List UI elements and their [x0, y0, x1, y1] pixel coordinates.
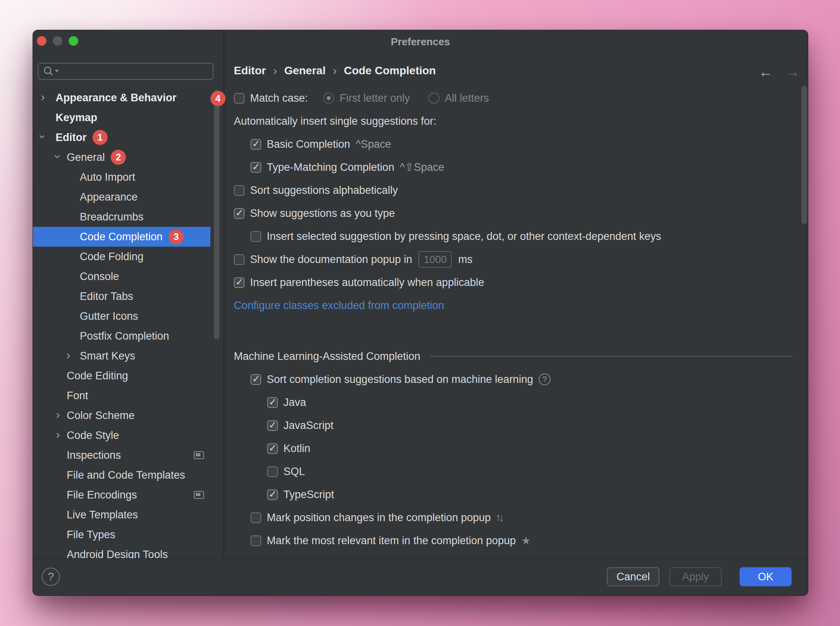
chevron-down-icon[interactable]: › — [37, 135, 49, 139]
sidebar-item-keymap[interactable]: Keymap — [33, 108, 210, 128]
section-rule — [430, 356, 792, 357]
checkbox-label: Show the documentation popup in — [250, 253, 412, 266]
mark-the-most-relevant-item-in-the-completion-popup-checkbox[interactable] — [250, 535, 261, 546]
breadcrumb-separator: › — [273, 64, 277, 77]
sidebar-item-color-scheme[interactable]: ›Color Scheme — [33, 406, 210, 425]
sidebar-item-postfix-completion[interactable]: Postfix Completion — [33, 326, 210, 346]
sidebar-item-label: Live Templates — [33, 509, 138, 521]
checkbox-label: Insert parentheses automatically when ap… — [250, 276, 484, 289]
breadcrumb-item-editor[interactable]: Editor — [234, 64, 266, 77]
sidebar-item-label: Keymap — [33, 112, 97, 124]
sidebar-item-file-types[interactable]: File Types — [33, 525, 210, 545]
checkbox-row-typescript: TypeScript — [234, 487, 792, 502]
insert-selected-suggestion-by-pressing-space-dot-or-other-context-dependent-keys-checkbox[interactable] — [250, 231, 261, 242]
sidebar-item-editor[interactable]: ›Editor1 — [33, 128, 210, 147]
sidebar-item-label: Gutter Icons — [33, 310, 138, 323]
sidebar-item-console[interactable]: Console — [33, 267, 210, 286]
sidebar-item-label: Editor Tabs — [33, 290, 133, 303]
unit-label: ms — [458, 253, 472, 266]
match-case-checkbox[interactable] — [234, 93, 245, 104]
chevron-right-icon[interactable]: › — [41, 91, 45, 103]
cancel-button[interactable]: Cancel — [607, 567, 659, 586]
radio-icon — [323, 93, 334, 104]
sidebar-item-general[interactable]: ›General2 — [33, 147, 210, 167]
sidebar-item-code-folding[interactable]: Code Folding — [33, 247, 210, 267]
sidebar-item-appearance-behavior[interactable]: ›Appearance & Behavior — [33, 88, 210, 108]
breadcrumb-item-general[interactable]: General — [284, 64, 326, 77]
settings-content: Editor › General › Code Completion Match… — [234, 52, 792, 556]
step-badge-3: 3 — [169, 229, 184, 244]
auto-insert-label: Automatically insert single suggestions … — [234, 114, 792, 128]
star-icon: ★ — [521, 535, 530, 547]
sort-completion-suggestions-based-on-machine-learning-checkbox[interactable] — [250, 374, 261, 385]
sidebar-item-file-and-code-templates[interactable]: File and Code Templates — [33, 465, 210, 485]
chevron-right-icon[interactable]: › — [56, 429, 60, 441]
sidebar-item-label: Postfix Completion — [33, 330, 169, 342]
sidebar-item-inspections[interactable]: Inspections — [33, 445, 210, 465]
checkbox-row-type-matching-completion: Type-Matching Completion^⇧Space — [234, 160, 792, 174]
step-badge-2: 2 — [111, 150, 126, 165]
sidebar-tree: ›Appearance & BehaviorKeymap›Editor1›Gen… — [33, 88, 210, 559]
radio-icon — [428, 93, 439, 104]
javascript-checkbox[interactable] — [267, 420, 278, 431]
checkbox-row-basic-completion: Basic Completion^Space — [234, 137, 792, 151]
sidebar-scrollbar[interactable] — [214, 90, 220, 339]
sidebar-item-code-completion[interactable]: Code Completion3 — [33, 227, 210, 247]
search-box[interactable] — [38, 63, 214, 80]
mark-position-changes-in-the-completion-popup-checkbox[interactable] — [250, 512, 261, 523]
help-icon[interactable]: ? — [539, 373, 551, 385]
checkbox-label: Show suggestions as you type — [250, 207, 395, 220]
checkbox-row-kotlin: Kotlin — [234, 441, 792, 456]
insert-parentheses-automatically-when-applicable-checkbox[interactable] — [234, 277, 245, 288]
checkbox-row-mark-the-most-relevant-item-in-the-completion-popup: Mark the most relevant item in the compl… — [234, 533, 792, 548]
preferences-window: Preferences ›Appearance & BehaviorKeymap… — [33, 30, 808, 596]
typescript-checkbox[interactable] — [267, 489, 278, 500]
java-checkbox[interactable] — [267, 397, 278, 408]
sidebar-item-breadcrumbs[interactable]: Breadcrumbs — [33, 207, 210, 227]
checkbox-label: Type-Matching Completion — [267, 161, 394, 174]
sidebar-item-code-style[interactable]: ›Code Style — [33, 425, 210, 445]
checkbox-label: Sort completion suggestions based on mac… — [267, 373, 533, 386]
checkbox-row-javascript: JavaScript — [234, 418, 792, 433]
checkbox-row-show-suggestions-as-you-type: Show suggestions as you type — [234, 206, 792, 220]
chevron-right-icon[interactable]: › — [56, 409, 60, 421]
sidebar-item-android-design-tools[interactable]: Android Design Tools — [33, 545, 210, 559]
sql-checkbox[interactable] — [267, 466, 278, 477]
sidebar-item-label: Breadcrumbs — [33, 211, 144, 223]
ml-section-header: Machine Learning-Assisted Completion — [234, 349, 792, 363]
kotlin-checkbox[interactable] — [267, 443, 278, 454]
help-button[interactable]: ? — [42, 568, 60, 586]
match-case-label: Match case: — [250, 92, 308, 104]
search-input[interactable] — [61, 66, 197, 77]
breadcrumb: Editor › General › Code Completion — [234, 64, 792, 78]
ml-section-title: Machine Learning-Assisted Completion — [234, 350, 420, 363]
sidebar-item-editor-tabs[interactable]: Editor Tabs — [33, 286, 210, 306]
breadcrumb-item-code-completion: Code Completion — [344, 64, 436, 77]
show-suggestions-as-you-type-checkbox[interactable] — [234, 208, 245, 219]
content-scrollbar[interactable] — [801, 86, 807, 224]
sidebar-item-live-templates[interactable]: Live Templates — [33, 505, 210, 525]
type-matching-completion-checkbox[interactable] — [250, 162, 261, 173]
sidebar-item-code-editing[interactable]: Code Editing — [33, 366, 210, 386]
chevron-down-icon[interactable]: › — [52, 155, 64, 158]
sidebar-item-label: Code Folding — [33, 251, 144, 263]
sidebar-item-label: File and Code Templates — [33, 469, 185, 481]
sidebar-item-label: Android Design Tools — [33, 549, 168, 559]
chevron-right-icon[interactable]: › — [66, 349, 70, 361]
checkbox-label: JavaScript — [283, 419, 333, 432]
sort-suggestions-alphabetically-checkbox[interactable] — [234, 185, 245, 196]
sidebar-item-auto-import[interactable]: Auto Import — [33, 167, 210, 187]
sidebar-item-label: Smart Keys — [33, 350, 135, 362]
sidebar-item-gutter-icons[interactable]: Gutter Icons — [33, 306, 210, 326]
sidebar-item-file-encodings[interactable]: File Encodings — [33, 485, 210, 505]
configure-excluded-link[interactable]: Configure classes excluded from completi… — [234, 299, 444, 312]
basic-completion-checkbox[interactable] — [250, 139, 261, 150]
sidebar-item-appearance[interactable]: Appearance — [33, 187, 210, 207]
checkbox-row-sort-completion-suggestions-based-on-machine-learning: Sort completion suggestions based on mac… — [234, 372, 792, 386]
show-the-documentation-popup-in-checkbox[interactable] — [234, 254, 245, 265]
sidebar-item-smart-keys[interactable]: ›Smart Keys — [33, 346, 210, 366]
sidebar-item-font[interactable]: Font — [33, 386, 210, 406]
sidebar-item-label: Code Editing — [33, 370, 128, 382]
ok-button[interactable]: OK — [740, 567, 792, 586]
updown-arrows-icon: ↑↓ — [495, 511, 502, 524]
